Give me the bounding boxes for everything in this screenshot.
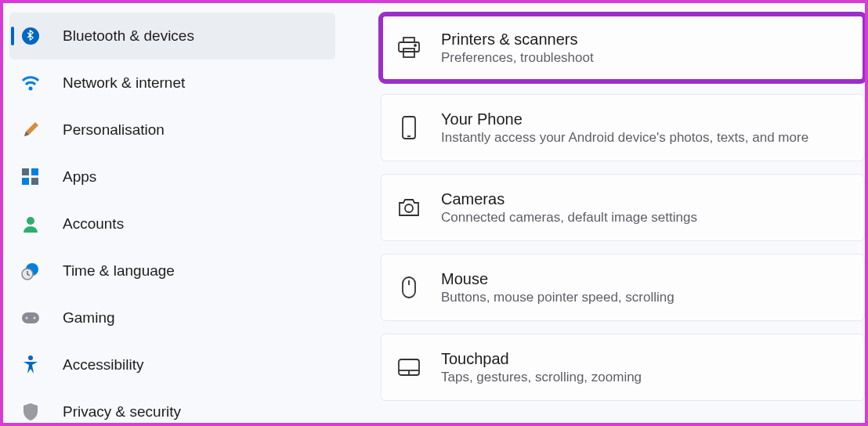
svg-point-1	[29, 87, 33, 91]
card-title: Cameras	[441, 190, 697, 208]
accessibility-icon	[20, 355, 41, 375]
svg-rect-13	[403, 38, 414, 42]
card-subtitle: Preferences, troubleshoot	[441, 50, 594, 66]
svg-rect-15	[403, 49, 414, 57]
card-subtitle: Connected cameras, default image setting…	[441, 210, 697, 226]
card-title: Your Phone	[441, 110, 808, 128]
gamepad-icon	[20, 308, 41, 328]
card-touchpad[interactable]: Touchpad Taps, gestures, scrolling, zoom…	[381, 334, 865, 401]
sidebar-item-privacy-security[interactable]: Privacy & security	[9, 388, 335, 426]
main-content: Printers & scanners Preferences, trouble…	[340, 3, 865, 423]
card-subtitle: Instantly access your Android device's p…	[441, 130, 808, 146]
sidebar-item-label: Network & internet	[63, 74, 185, 92]
sidebar-item-gaming[interactable]: Gaming	[9, 294, 335, 341]
clock-globe-icon	[20, 261, 41, 281]
svg-rect-9	[22, 312, 39, 323]
sidebar-item-personalisation[interactable]: Personalisation	[9, 106, 335, 153]
bluetooth-icon	[20, 26, 41, 46]
svg-point-11	[34, 317, 36, 320]
camera-icon	[397, 196, 421, 219]
svg-point-12	[28, 356, 33, 360]
sidebar-item-apps[interactable]: Apps	[9, 153, 335, 200]
person-icon	[20, 214, 41, 234]
sidebar-item-time-language[interactable]: Time & language	[9, 247, 335, 294]
brush-icon	[20, 120, 41, 140]
svg-rect-3	[31, 168, 38, 175]
svg-rect-20	[403, 277, 415, 298]
sidebar-item-label: Time & language	[63, 262, 175, 280]
svg-rect-17	[403, 117, 415, 139]
svg-point-19	[405, 204, 413, 212]
sidebar-item-label: Accessibility	[63, 356, 143, 374]
svg-rect-5	[31, 178, 38, 185]
sidebar-item-label: Bluetooth & devices	[63, 27, 194, 45]
card-subtitle: Buttons, mouse pointer speed, scrolling	[441, 290, 675, 305]
printer-icon	[397, 36, 421, 60]
phone-icon	[397, 116, 421, 139]
sidebar-item-accessibility[interactable]: Accessibility	[9, 341, 335, 388]
sidebar-item-accounts[interactable]: Accounts	[9, 200, 335, 247]
sidebar: Bluetooth & devices Network & internet P…	[3, 3, 340, 423]
sidebar-item-network-internet[interactable]: Network & internet	[9, 60, 335, 106]
touchpad-icon	[397, 356, 421, 379]
svg-rect-4	[22, 178, 29, 185]
svg-point-6	[27, 217, 34, 225]
card-your-phone[interactable]: Your Phone Instantly access your Android…	[381, 94, 865, 161]
card-printers-scanners[interactable]: Printers & scanners Preferences, trouble…	[381, 14, 865, 81]
card-mouse[interactable]: Mouse Buttons, mouse pointer speed, scro…	[381, 254, 865, 321]
card-subtitle: Taps, gestures, scrolling, zooming	[441, 370, 642, 385]
card-title: Printers & scanners	[441, 31, 594, 49]
shield-icon	[20, 402, 41, 422]
sidebar-item-label: Privacy & security	[63, 403, 181, 421]
sidebar-item-bluetooth-devices[interactable]: Bluetooth & devices	[9, 13, 335, 60]
mouse-icon	[397, 276, 421, 299]
svg-point-10	[26, 317, 28, 320]
wifi-icon	[20, 73, 41, 93]
svg-point-16	[414, 45, 416, 46]
card-title: Mouse	[441, 270, 675, 288]
svg-rect-2	[22, 168, 29, 175]
sidebar-item-label: Accounts	[63, 215, 124, 233]
card-cameras[interactable]: Cameras Connected cameras, default image…	[381, 174, 865, 241]
sidebar-item-label: Apps	[63, 168, 96, 186]
apps-icon	[20, 167, 41, 187]
sidebar-item-label: Gaming	[63, 309, 115, 327]
sidebar-item-label: Personalisation	[63, 121, 165, 139]
card-title: Touchpad	[441, 350, 642, 368]
svg-rect-14	[399, 42, 419, 52]
